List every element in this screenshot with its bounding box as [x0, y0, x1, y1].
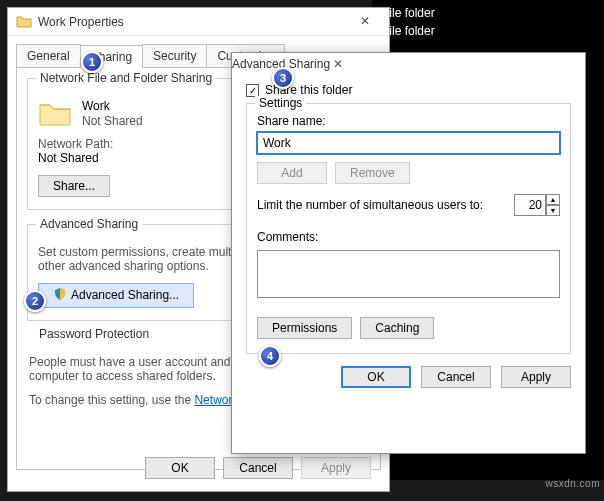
bg-row: File folder	[382, 22, 594, 40]
close-icon[interactable]: ✕	[345, 10, 385, 34]
properties-title: Work Properties	[38, 15, 345, 29]
advanced-button-bar: OK Cancel Apply	[246, 366, 571, 388]
folder-icon	[16, 14, 32, 30]
settings-group: Settings Share name: Add Remove Limit th…	[246, 103, 571, 354]
advanced-sharing-button-label: Advanced Sharing...	[71, 288, 179, 302]
settings-legend: Settings	[255, 96, 306, 110]
advanced-sharing-button[interactable]: Advanced Sharing...	[38, 283, 194, 308]
properties-apply-button[interactable]: Apply	[301, 457, 371, 479]
comments-label: Comments:	[257, 230, 560, 244]
share-this-folder-checkbox[interactable]: ✓	[246, 84, 259, 97]
tab-security[interactable]: Security	[142, 44, 207, 67]
step-badge-4: 4	[259, 345, 281, 367]
network-sharing-legend: Network File and Folder Sharing	[36, 71, 216, 85]
spinner-up-icon[interactable]: ▲	[546, 194, 560, 205]
share-button[interactable]: Share...	[38, 175, 110, 197]
step-badge-3: 3	[272, 67, 294, 89]
limit-users-label: Limit the number of simultaneous users t…	[257, 198, 483, 212]
caching-button[interactable]: Caching	[360, 317, 434, 339]
limit-users-spinner[interactable]: ▲ ▼	[514, 194, 560, 216]
step-badge-1: 1	[81, 51, 103, 73]
password-protection-legend: Password Protection	[35, 327, 153, 341]
tab-general[interactable]: General	[16, 44, 81, 67]
advanced-apply-button[interactable]: Apply	[501, 366, 571, 388]
watermark: wsxdn.com	[545, 478, 600, 489]
advanced-ok-button[interactable]: OK	[341, 366, 411, 388]
limit-users-input[interactable]	[514, 194, 546, 216]
add-share-button[interactable]: Add	[257, 162, 327, 184]
bg-row: File folder	[382, 4, 594, 22]
spinner-down-icon[interactable]: ▼	[546, 205, 560, 216]
folder-large-icon	[38, 100, 72, 128]
properties-cancel-button[interactable]: Cancel	[223, 457, 293, 479]
step-badge-2: 2	[24, 290, 46, 312]
comments-textarea[interactable]	[257, 250, 560, 298]
share-name-label: Share name:	[257, 114, 560, 128]
properties-titlebar: Work Properties ✕	[8, 8, 389, 36]
password-change-prefix: To change this setting, use the	[29, 393, 194, 407]
share-status: Not Shared	[82, 114, 143, 129]
shield-icon	[53, 287, 67, 304]
properties-button-bar: OK Cancel Apply	[145, 457, 371, 479]
advanced-sharing-legend: Advanced Sharing	[36, 217, 142, 231]
advanced-sharing-dialog: Advanced Sharing ✕ ✓ Share this folder S…	[231, 52, 586, 454]
share-name-input[interactable]	[257, 132, 560, 154]
permissions-button[interactable]: Permissions	[257, 317, 352, 339]
remove-share-button[interactable]: Remove	[335, 162, 410, 184]
advanced-cancel-button[interactable]: Cancel	[421, 366, 491, 388]
close-icon[interactable]: ✕	[333, 57, 343, 71]
folder-name: Work	[82, 99, 143, 114]
properties-ok-button[interactable]: OK	[145, 457, 215, 479]
